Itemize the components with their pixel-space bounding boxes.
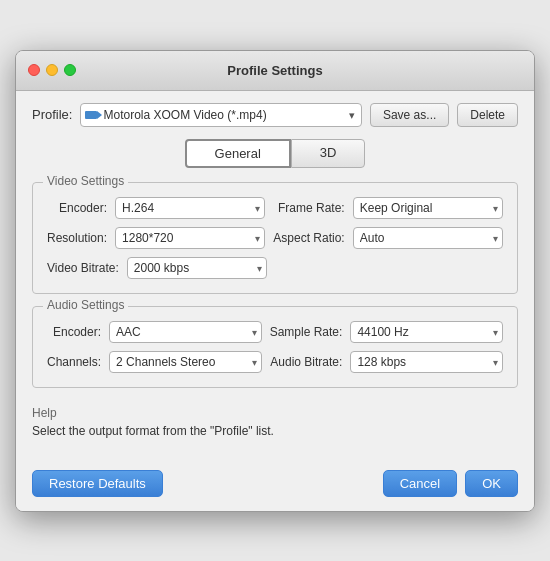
bitrate-row: Video Bitrate: 2000 kbps 1000 kbps 3000 … (47, 257, 503, 279)
resolution-label: Resolution: (47, 231, 107, 245)
help-text: Select the output format from the "Profi… (32, 424, 518, 438)
window-title: Profile Settings (227, 63, 322, 78)
resolution-select[interactable]: 1280*720 1920*1080 854*480 (115, 227, 265, 249)
aspect-ratio-select-wrapper: Auto 16:9 4:3 (353, 227, 503, 249)
tabs-bar: General 3D (32, 139, 518, 168)
delete-button[interactable]: Delete (457, 103, 518, 127)
audio-encoder-select-wrapper: AAC MP3 AC3 (109, 321, 262, 343)
resolution-select-wrapper: 1280*720 1920*1080 854*480 (115, 227, 265, 249)
aspect-ratio-select[interactable]: Auto 16:9 4:3 (353, 227, 503, 249)
titlebar: Profile Settings (16, 51, 534, 91)
video-bitrate-label: Video Bitrate: (47, 261, 119, 275)
audio-bitrate-select-wrapper: 128 kbps 64 kbps 192 kbps (350, 351, 503, 373)
audio-settings-section: Audio Settings Encoder: AAC MP3 AC3 Samp… (32, 306, 518, 388)
channels-select[interactable]: 2 Channels Stereo Mono 5.1 Surround (109, 351, 262, 373)
encoder-select-wrapper: H.264 MPEG-4 H.265 (115, 197, 265, 219)
cancel-button[interactable]: Cancel (383, 470, 457, 497)
sample-rate-select-wrapper: 44100 Hz 22050 Hz 48000 Hz (350, 321, 503, 343)
video-bitrate-select[interactable]: 2000 kbps 1000 kbps 3000 kbps (127, 257, 267, 279)
close-button[interactable] (28, 64, 40, 76)
footer-right: Cancel OK (383, 470, 518, 497)
audio-encoder-select[interactable]: AAC MP3 AC3 (109, 321, 262, 343)
audio-encoder-label: Encoder: (47, 325, 101, 339)
help-title: Help (32, 406, 518, 420)
audio-bitrate-select[interactable]: 128 kbps 64 kbps 192 kbps (350, 351, 503, 373)
audio-settings-form: Encoder: AAC MP3 AC3 Sample Rate: 44100 … (47, 321, 503, 373)
sample-rate-label: Sample Rate: (270, 325, 343, 339)
profile-select-container: Motorola XOOM Video (*.mp4) iPhone 4 iPa… (80, 103, 361, 127)
aspect-ratio-label: Aspect Ratio: (273, 231, 344, 245)
profile-select[interactable]: Motorola XOOM Video (*.mp4) iPhone 4 iPa… (80, 103, 361, 127)
profile-row: Profile: Motorola XOOM Video (*.mp4) iPh… (32, 103, 518, 127)
restore-defaults-button[interactable]: Restore Defaults (32, 470, 163, 497)
video-settings-section: Video Settings Encoder: H.264 MPEG-4 H.2… (32, 182, 518, 294)
video-bitrate-select-wrapper: 2000 kbps 1000 kbps 3000 kbps (127, 257, 267, 279)
frame-rate-label: Frame Rate: (273, 201, 344, 215)
ok-button[interactable]: OK (465, 470, 518, 497)
profile-settings-window: Profile Settings Profile: Motorola XOOM … (15, 50, 535, 512)
tab-general[interactable]: General (185, 139, 291, 168)
channels-select-wrapper: 2 Channels Stereo Mono 5.1 Surround (109, 351, 262, 373)
frame-rate-select-wrapper: Keep Original 24 30 60 (353, 197, 503, 219)
traffic-lights (28, 64, 76, 76)
help-section: Help Select the output format from the "… (32, 400, 518, 442)
tab-3d[interactable]: 3D (291, 139, 366, 168)
audio-settings-title: Audio Settings (43, 298, 128, 312)
frame-rate-select[interactable]: Keep Original 24 30 60 (353, 197, 503, 219)
sample-rate-select[interactable]: 44100 Hz 22050 Hz 48000 Hz (350, 321, 503, 343)
footer: Restore Defaults Cancel OK (16, 458, 534, 511)
main-content: Profile: Motorola XOOM Video (*.mp4) iPh… (16, 91, 534, 458)
video-encoder-select[interactable]: H.264 MPEG-4 H.265 (115, 197, 265, 219)
profile-label: Profile: (32, 107, 72, 122)
audio-bitrate-label: Audio Bitrate: (270, 355, 343, 369)
encoder-label: Encoder: (47, 201, 107, 215)
minimize-button[interactable] (46, 64, 58, 76)
maximize-button[interactable] (64, 64, 76, 76)
video-settings-title: Video Settings (43, 174, 128, 188)
video-settings-form: Encoder: H.264 MPEG-4 H.265 Frame Rate: … (47, 197, 503, 249)
channels-label: Channels: (47, 355, 101, 369)
save-as-button[interactable]: Save as... (370, 103, 449, 127)
